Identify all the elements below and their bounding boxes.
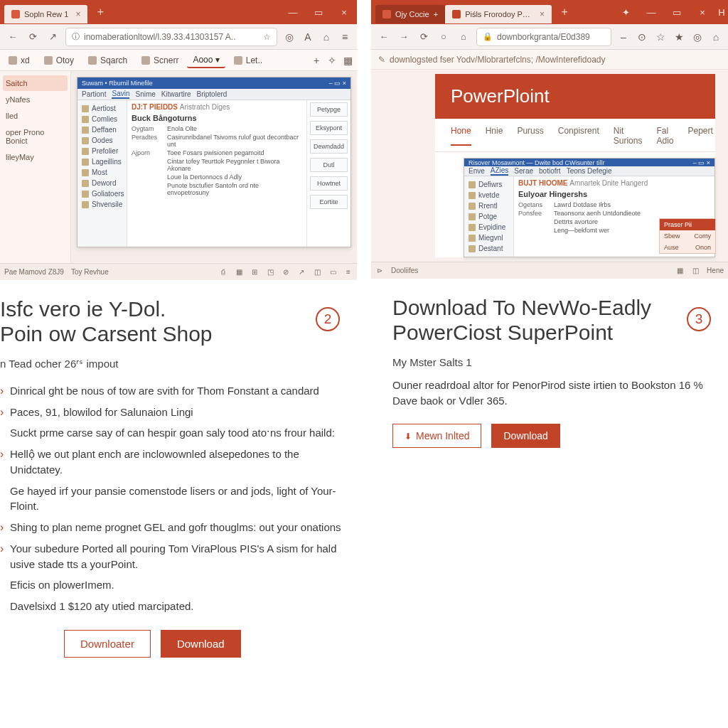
- pp-nav-item[interactable]: Rrentl: [467, 200, 510, 211]
- addr-trail-icon[interactable]: ★: [673, 31, 685, 43]
- sidenav-item-1[interactable]: yNafes: [3, 92, 68, 107]
- op-nav-item[interactable]: Aertiost: [80, 103, 124, 114]
- url-input[interactable]: 🔒 downborkgranta/E0d389: [476, 28, 611, 46]
- tab-close-icon[interactable]: ×: [540, 9, 545, 19]
- addr-trail-icon[interactable]: ◎: [691, 31, 704, 43]
- nav-reload-icon[interactable]: ⟳: [417, 31, 431, 42]
- op-sidebtn[interactable]: Eortite: [310, 195, 348, 209]
- site-info-icon[interactable]: ⓘ: [72, 31, 80, 42]
- tab-close-icon[interactable]: ×: [75, 9, 80, 19]
- op-nav-item[interactable]: Deword: [80, 178, 124, 188]
- ext-icon-3[interactable]: ⌂: [320, 31, 333, 43]
- status-icon[interactable]: ▦: [675, 267, 684, 274]
- nav-back-icon[interactable]: ←: [6, 31, 20, 42]
- pp-rib[interactable]: Teons Defegie: [567, 167, 612, 175]
- bm-item-4[interactable]: Aooo ▾: [187, 53, 225, 68]
- win-max-icon[interactable]: ▭: [664, 7, 690, 18]
- bm-item-2[interactable]: Sqarch: [82, 53, 133, 68]
- op-nav-item[interactable]: Comlies: [80, 114, 124, 124]
- op-nav-item[interactable]: Prefolier: [80, 146, 124, 156]
- sidenav-item-2[interactable]: lled: [3, 108, 68, 124]
- op-nav-item[interactable]: Oodes: [80, 135, 124, 146]
- url-input[interactable]: ⓘ inomaberationltowl/l.39.33.41303157 A.…: [65, 28, 277, 46]
- view-invited-button[interactable]: ⬇Mewn Inlted: [392, 424, 481, 448]
- pp-tab[interactable]: Nit Surions: [614, 126, 643, 146]
- sidenav-item-3[interactable]: oper Prono Bonict: [3, 124, 68, 149]
- win-close-icon[interactable]: ×: [331, 7, 357, 18]
- addr-trail-icon[interactable]: –: [617, 31, 630, 43]
- nav-fwd-icon[interactable]: →: [397, 31, 411, 42]
- status-icon[interactable]: ↗: [297, 268, 306, 276]
- downloader-button[interactable]: Downloater: [64, 630, 151, 658]
- pp-nav-item[interactable]: Potge: [467, 211, 510, 222]
- sidenav-item-0[interactable]: Saitch: [3, 75, 68, 91]
- new-tab-button[interactable]: +: [556, 4, 573, 21]
- pp-nav-item[interactable]: Defiwrs: [467, 179, 510, 190]
- bm-item-5[interactable]: Let..: [228, 53, 268, 68]
- pp-tab[interactable]: Pepert: [687, 126, 712, 146]
- pp-nav-item[interactable]: kvetde: [467, 190, 510, 200]
- op-nav-item[interactable]: Goliatoers: [80, 188, 124, 199]
- bm-item-3[interactable]: Scnerr: [136, 53, 184, 68]
- pp-nav-item[interactable]: Evpidine: [467, 222, 510, 232]
- bm-item-1[interactable]: Otoy: [38, 53, 80, 68]
- nav-back-icon[interactable]: ←: [377, 31, 391, 42]
- op-rib-0[interactable]: Partiont: [82, 90, 106, 98]
- bm-item-0[interactable]: xd: [3, 53, 36, 68]
- pp-rib[interactable]: Serae: [514, 167, 533, 175]
- tab-active-left[interactable]: Sopln Rew 1 ×: [4, 5, 87, 23]
- win-gear-icon[interactable]: ✦: [613, 7, 638, 18]
- win-close-icon[interactable]: ×: [690, 7, 715, 18]
- tab-plus-icon[interactable]: +: [434, 10, 438, 18]
- ext-icon-2[interactable]: A: [301, 31, 314, 43]
- download-button[interactable]: Download: [491, 424, 560, 448]
- pp-rib[interactable]: Enve: [469, 167, 485, 175]
- status-icon[interactable]: ⎙: [219, 268, 228, 276]
- nav-home-icon[interactable]: ⌂: [456, 31, 471, 42]
- op-sidebtn[interactable]: Petypge: [310, 102, 348, 117]
- pp-nav-item[interactable]: Destant: [467, 243, 510, 254]
- edit-icon[interactable]: ✎: [378, 55, 385, 65]
- op-nav-item[interactable]: Shvensile: [80, 199, 124, 210]
- op-nav-item[interactable]: Lageillins: [80, 156, 124, 167]
- win-min-icon[interactable]: —: [280, 7, 306, 18]
- menu-icon[interactable]: ≡: [338, 31, 351, 43]
- sidenav-item-4[interactable]: lileyMay: [3, 149, 68, 165]
- pp-tab[interactable]: Hnie: [486, 126, 503, 146]
- bm-ext-icon[interactable]: ✧: [326, 55, 338, 66]
- nav-stop-icon[interactable]: ○: [437, 31, 451, 42]
- addr-trail-icon[interactable]: ☆: [654, 31, 667, 43]
- status-icon[interactable]: ◳: [266, 268, 274, 276]
- ext-icon-1[interactable]: ◎: [283, 31, 296, 43]
- pp-tab[interactable]: Conpisrent: [558, 126, 599, 146]
- addr-trail-icon[interactable]: ⌂: [710, 31, 722, 43]
- op-rib-4[interactable]: Briptolerd: [197, 90, 228, 98]
- pp-op-close-icon[interactable]: – ▭ ×: [693, 159, 710, 166]
- bookmark-star-icon[interactable]: ☆: [263, 32, 271, 42]
- bm-add-icon[interactable]: +: [310, 55, 323, 66]
- lock-icon[interactable]: 🔒: [483, 32, 493, 41]
- op-nav-item[interactable]: Most: [80, 167, 124, 178]
- pp-nav-item[interactable]: Miegvnl: [467, 232, 510, 243]
- win-min-icon[interactable]: —: [638, 7, 664, 18]
- new-tab-button[interactable]: +: [92, 4, 109, 21]
- status-icon[interactable]: ⊘: [282, 268, 290, 276]
- op-sidebtn[interactable]: Howtnet: [310, 176, 348, 191]
- status-icon[interactable]: ⊞: [250, 268, 259, 276]
- op-nav-item[interactable]: Deffaen: [80, 124, 124, 135]
- op-sidebtn[interactable]: Dewndadd: [310, 139, 348, 154]
- op-rib-1[interactable]: Savin: [112, 90, 129, 99]
- tab-inactive-right[interactable]: Ojy Cocie +: [375, 5, 445, 23]
- op-sidebtn[interactable]: Eksypont: [310, 121, 348, 135]
- pp-rib[interactable]: botiofrt: [539, 167, 561, 175]
- bm-apps-icon[interactable]: ▦: [341, 55, 354, 66]
- nav-reload-icon[interactable]: ⟳: [26, 31, 40, 42]
- status-icon[interactable]: ◫: [313, 268, 321, 276]
- download-button[interactable]: Download: [161, 630, 241, 658]
- status-icon[interactable]: ▭: [328, 268, 337, 276]
- nav-fwd-icon[interactable]: ↗: [46, 31, 60, 42]
- pp-tab[interactable]: Puruss: [517, 126, 543, 146]
- status-play-icon[interactable]: ⊳: [375, 267, 384, 274]
- status-icon[interactable]: ◫: [691, 267, 700, 274]
- pp-tab-home[interactable]: Hone: [451, 126, 471, 146]
